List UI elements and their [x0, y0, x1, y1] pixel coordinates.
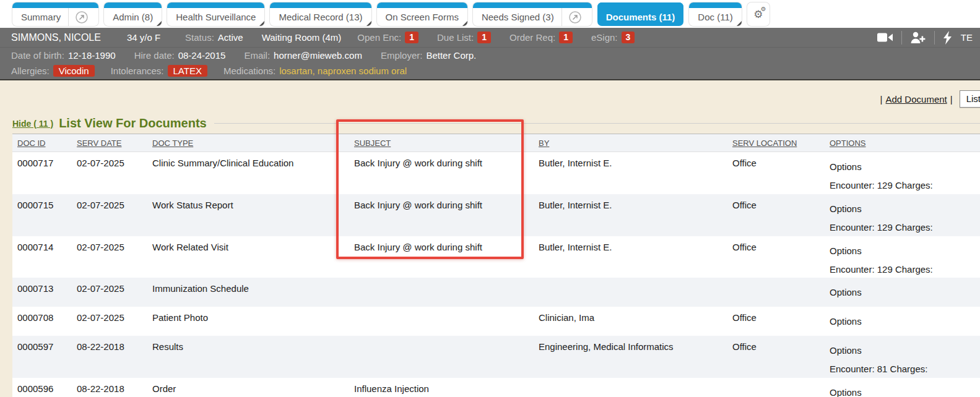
cell-by: Butler, Internist E. — [539, 158, 612, 168]
cell-by: Butler, Internist E. — [539, 242, 612, 252]
tab-needs-signed[interactable]: Needs Signed (3) — [473, 2, 592, 26]
cell-serv-date: 02-07-2025 — [77, 200, 124, 210]
tab-medical-record[interactable]: Medical Record (13) — [270, 2, 371, 26]
table-header-row: DOC ID SERV DATE DOC TYPE SUBJECT BY SER… — [12, 134, 980, 152]
cell-serv-location: Office — [732, 312, 757, 323]
cell-encounter: Encounter: 129 Charges: — [830, 222, 933, 233]
tab-admin[interactable]: Admin (8) — [104, 2, 162, 26]
table-row[interactable]: 0000717 02-07-2025 Clinic Summary/Clinic… — [12, 152, 980, 194]
cell-doc-id: 0000708 — [17, 312, 53, 323]
column-header-doc-id[interactable]: DOC ID — [17, 139, 46, 148]
tab-on-screen-forms[interactable]: On Screen Forms — [377, 2, 467, 26]
patient-alerts-row: Allergies: Vicodin Intolerances: LATEX M… — [0, 62, 980, 79]
table-row[interactable]: 0000713 02-07-2025 Immunization Schedule… — [12, 278, 980, 307]
allergy-badge[interactable]: Vicodin — [53, 65, 95, 77]
open-new-window-icon[interactable] — [562, 11, 583, 24]
cell-doc-type: Order — [152, 383, 176, 394]
cell-by: Engineering, Medical Informatics — [539, 341, 674, 352]
page-title: List View For Documents — [59, 116, 207, 130]
patient-summary-row: SIMMONS, NICOLE 34 y/o F Status: Active … — [0, 28, 980, 48]
cell-doc-type: Immunization Schedule — [152, 283, 249, 294]
table-row[interactable]: 0000597 08-22-2018 Results Engineering, … — [12, 336, 980, 378]
cell-doc-type: Work Related Visit — [152, 242, 228, 252]
row-options-link[interactable]: Options — [830, 245, 862, 256]
cell-doc-id: 0000597 — [17, 341, 53, 352]
due-list-badge[interactable]: 1 — [477, 32, 491, 43]
cell-subject: Influenza Injection — [354, 383, 429, 394]
tab-summary[interactable]: Summary — [12, 2, 98, 26]
column-header-by[interactable]: BY — [539, 139, 549, 148]
hire-date-value: 08-24-2015 — [178, 50, 226, 61]
cell-serv-date: 02-07-2025 — [77, 158, 124, 168]
cell-serv-location: Office — [732, 158, 757, 168]
tab-medical-record-label: Medical Record (13) — [279, 12, 362, 22]
column-header-doc-type[interactable]: DOC TYPE — [152, 139, 193, 148]
cell-doc-type: Patient Photo — [152, 312, 208, 323]
intolerance-badge[interactable]: LATEX — [168, 65, 207, 77]
intolerances-label: Intolerances: — [111, 66, 164, 76]
row-options-link[interactable]: Options — [830, 287, 862, 297]
row-options-link[interactable]: Options — [830, 345, 862, 356]
cell-doc-id: 0000714 — [17, 242, 53, 252]
cell-doc-id: 0000715 — [17, 200, 53, 210]
row-options-link[interactable]: Options — [830, 161, 862, 172]
open-new-window-icon[interactable] — [69, 11, 90, 24]
cell-serv-location: Office — [732, 242, 757, 252]
tab-admin-label: Admin (8) — [113, 12, 153, 22]
cell-doc-type: Clinic Summary/Clinical Education — [152, 158, 293, 168]
dob-value: 12-18-1990 — [68, 50, 116, 61]
column-header-serv-location[interactable]: SERV LOCATION — [732, 139, 797, 148]
settings-button[interactable]: ⚙ ⚙ — [747, 2, 770, 26]
allergies-label: Allergies: — [11, 66, 50, 76]
tab-accent-bar — [12, 2, 98, 8]
order-req-badge[interactable]: 1 — [559, 32, 573, 43]
email-label: Email: — [244, 50, 270, 61]
medications-list[interactable]: losartan, naproxen sodium oral — [279, 66, 407, 76]
tab-accent-bar — [104, 2, 162, 8]
tab-bar: Summary Admin (8) Health Surveillance Me… — [0, 0, 980, 28]
esign-label: eSign: — [591, 32, 618, 43]
hide-link[interactable]: Hide ( 11 ) — [12, 119, 53, 129]
cell-serv-date: 02-07-2025 — [77, 283, 124, 294]
tab-documents[interactable]: Documents (11) — [597, 2, 684, 26]
lightning-bolt-icon[interactable] — [943, 31, 952, 45]
table-row[interactable]: 0000596 08-22-2018 Order Influenza Injec… — [12, 378, 980, 397]
open-enc-badge[interactable]: 1 — [405, 32, 418, 43]
cell-subject: Back Injury @ work during shift — [354, 242, 482, 252]
list-button[interactable]: List — [960, 90, 980, 108]
video-camera-icon[interactable] — [877, 32, 893, 43]
esign-badge[interactable]: 3 — [622, 32, 635, 43]
cell-encounter: Encounter: 81 Charges: — [830, 364, 927, 374]
patient-age-sex: 34 y/o F — [127, 32, 160, 43]
column-header-subject[interactable]: SUBJECT — [354, 139, 391, 148]
table-row[interactable]: 0000714 02-07-2025 Work Related Visit Ba… — [12, 236, 980, 278]
tab-accent-bar — [473, 2, 592, 8]
document-toolbar: | Add Document | List — [877, 90, 980, 108]
patient-details-row: Date of birth: 12-18-1990 Hire date: 08-… — [0, 48, 980, 62]
icon-divider — [934, 31, 935, 45]
tab-doc-label: Doc (11) — [698, 12, 732, 22]
tab-health-surveillance-label: Health Surveillance — [176, 12, 256, 22]
cell-doc-id: 0000717 — [17, 158, 53, 168]
tab-accent-bar — [597, 2, 684, 8]
medications-label: Medications: — [223, 66, 275, 76]
table-row[interactable]: 0000715 02-07-2025 Work Status Report Ba… — [12, 194, 980, 236]
add-person-icon[interactable] — [910, 32, 926, 44]
table-row[interactable]: 0000708 02-07-2025 Patient Photo Clinici… — [12, 307, 980, 336]
tab-doc[interactable]: Doc (11) — [689, 2, 741, 26]
patient-name: SIMMONS, NICOLE — [11, 32, 101, 43]
tab-on-screen-forms-label: On Screen Forms — [386, 12, 459, 22]
tab-health-surveillance[interactable]: Health Surveillance — [167, 2, 264, 26]
row-options-link[interactable]: Options — [830, 203, 862, 214]
cell-subject: Back Injury @ work during shift — [354, 200, 482, 210]
status-value: Active — [218, 32, 243, 43]
row-options-link[interactable]: Options — [830, 387, 862, 397]
tab-accent-bar — [167, 2, 264, 8]
column-header-serv-date[interactable]: SERV DATE — [77, 139, 121, 148]
cell-by: Butler, Internist E. — [539, 200, 612, 210]
column-header-options[interactable]: OPTIONS — [830, 139, 866, 148]
order-req-label: Order Req: — [510, 32, 555, 43]
row-options-link[interactable]: Options — [830, 316, 862, 327]
add-document-link[interactable]: Add Document — [886, 94, 947, 105]
cell-serv-date: 02-07-2025 — [77, 242, 124, 252]
